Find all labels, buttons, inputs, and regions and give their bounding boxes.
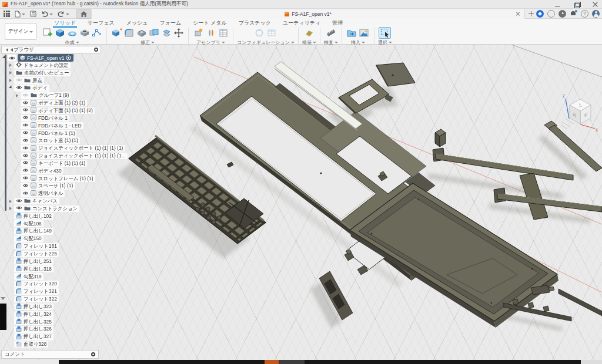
eye-icon[interactable] (22, 153, 29, 159)
eye-icon[interactable] (22, 191, 29, 197)
redo-button[interactable] (55, 9, 72, 18)
eye-icon[interactable] (22, 130, 29, 136)
browser-item[interactable]: 押し出し149 (1, 228, 101, 235)
browser-item[interactable]: コンストラクション (1, 205, 101, 213)
browser-item[interactable]: スロットフレーム (1) (1) (1, 175, 101, 183)
workspace-selector[interactable]: デザイン (5, 23, 36, 40)
eye-icon[interactable] (22, 107, 29, 113)
eye-icon[interactable] (16, 205, 22, 211)
browser-item[interactable]: 原点 (1, 77, 101, 85)
combine-button[interactable] (148, 27, 160, 39)
browser-item[interactable]: 透明パネル (1, 190, 101, 197)
help-icon[interactable]: ? (581, 10, 588, 18)
new-component-button[interactable] (192, 27, 205, 39)
browser-item[interactable]: 勾配106 (1, 220, 101, 228)
browser-item[interactable]: FDDパネル 1 (1, 114, 101, 122)
browser-item[interactable]: ボディ430 (1, 167, 101, 175)
sketch-palette-button[interactable] (91, 27, 103, 39)
browser-item[interactable]: フィレット320 (1, 280, 101, 288)
eye-icon[interactable] (16, 198, 22, 204)
part-fdd-panel[interactable] (376, 63, 415, 86)
browser-root-row[interactable]: FS-A1F_open v1 (1, 54, 101, 62)
hole-button[interactable] (78, 27, 91, 39)
eye-icon[interactable] (22, 176, 29, 181)
browser-item[interactable]: FDDパネル 1 - LED (1, 122, 101, 130)
eye-icon[interactable] (22, 115, 29, 121)
notifications-icon[interactable] (570, 10, 577, 18)
taskbar-app[interactable] (279, 360, 305, 364)
document-tab[interactable]: FS-A1F_open v1* (91, 9, 525, 19)
browser-item[interactable]: 勾配319 (1, 273, 101, 281)
insert-canvas-button[interactable] (358, 27, 370, 39)
ribbon-tab[interactable]: 管理 (326, 19, 349, 27)
select-button[interactable] (379, 27, 391, 39)
ribbon-tab[interactable]: メッシュ (121, 19, 154, 27)
bom-button[interactable] (217, 27, 229, 39)
browser-header[interactable]: ブラウザ (1, 46, 101, 53)
minimize-button[interactable] (555, 2, 561, 8)
configure-button-2[interactable] (266, 27, 278, 39)
close-button[interactable] (593, 2, 598, 8)
browser-item[interactable]: ジョイスティックポート (1) (1) (1) (1... (1, 152, 101, 160)
ribbon-tab[interactable]: フォーム (154, 19, 188, 27)
browser-item[interactable]: フィレット322 (1, 295, 101, 303)
measure-button[interactable] (325, 27, 337, 39)
shell-button[interactable] (135, 27, 148, 39)
browser-item[interactable]: ドキュメントの設定 (1, 62, 101, 69)
ribbon-tab[interactable]: シート メタル (187, 19, 233, 27)
browser-item[interactable]: 押し出し326 (1, 326, 101, 333)
profile-avatar[interactable] (592, 10, 600, 18)
collapse-panel-icon[interactable] (4, 48, 8, 52)
eye-icon[interactable] (22, 146, 29, 151)
taskbar-app-active[interactable] (265, 360, 279, 364)
eye-icon[interactable] (22, 168, 29, 174)
save-button[interactable] (28, 9, 39, 18)
browser-item[interactable]: スロット蓋 (1) (1) (1, 137, 101, 144)
browser-item[interactable]: 押し出し102 (1, 213, 101, 220)
browser-item[interactable]: ボディ上面 (1) (2) (1) (1, 99, 101, 107)
view-cube[interactable]: Z X 上 前 右 (560, 91, 601, 133)
browser-item[interactable]: ボディ (1, 85, 101, 92)
close-tab-icon[interactable] (515, 11, 521, 17)
browser-item[interactable]: キャンバス (1, 197, 101, 205)
extrude-button[interactable] (53, 27, 66, 39)
fillet-button[interactable] (123, 27, 135, 39)
eye-icon[interactable] (22, 93, 29, 99)
browser-item[interactable]: フィレット321 (1, 288, 101, 295)
eye-icon[interactable] (22, 100, 29, 106)
revolve-button[interactable] (66, 27, 78, 39)
ribbon-tab[interactable]: サーフェス (82, 19, 121, 27)
browser-item[interactable]: キーボード (1) (1) (1) (1, 160, 101, 167)
eye-icon[interactable] (22, 138, 29, 144)
browser-item[interactable]: ジョイスティックポート (1) (1) (1) (1) (1, 144, 101, 152)
browser-item[interactable]: 押し出し318 (1, 265, 101, 273)
configure-button-1[interactable] (253, 27, 266, 39)
eye-icon[interactable] (22, 183, 29, 189)
comments-bar[interactable]: コメント (1, 350, 99, 359)
browser-item[interactable]: 押し出し325 (1, 318, 101, 326)
ribbon-tab[interactable]: プラスチック (233, 19, 277, 27)
file-menu-button[interactable] (12, 9, 28, 18)
browser-item[interactable]: 勾配150 (1, 235, 101, 242)
browser-item[interactable]: スペーサ (1) (1) (1, 183, 101, 190)
browser-settings-icon[interactable] (94, 48, 98, 52)
eye-icon[interactable] (16, 77, 22, 83)
construction-plane-button[interactable] (303, 27, 315, 39)
browser-item[interactable]: 押し出し327 (1, 333, 101, 341)
browser-item[interactable]: グループ1 (9) (1, 92, 101, 99)
extensions-icon[interactable] (536, 10, 544, 18)
insert-derive-button[interactable] (346, 27, 358, 39)
browser-item[interactable]: フィレット181 (1, 242, 101, 250)
eye-icon[interactable] (22, 160, 29, 166)
eye-icon[interactable] (16, 85, 22, 91)
sketch-button[interactable] (41, 27, 53, 39)
browser-item[interactable]: 押し出し251 (1, 258, 101, 265)
ribbon-tab[interactable]: ソリッド (48, 19, 82, 27)
taskbar-tray[interactable] (581, 360, 602, 364)
restore-button[interactable] (574, 2, 580, 8)
browser-item[interactable]: 名前の付いたビュー (1, 69, 101, 77)
undo-button[interactable] (39, 9, 55, 18)
browser-item[interactable]: 押し出し324 (1, 311, 101, 318)
joint-button[interactable] (205, 27, 217, 39)
press-pull-button[interactable] (111, 27, 123, 39)
